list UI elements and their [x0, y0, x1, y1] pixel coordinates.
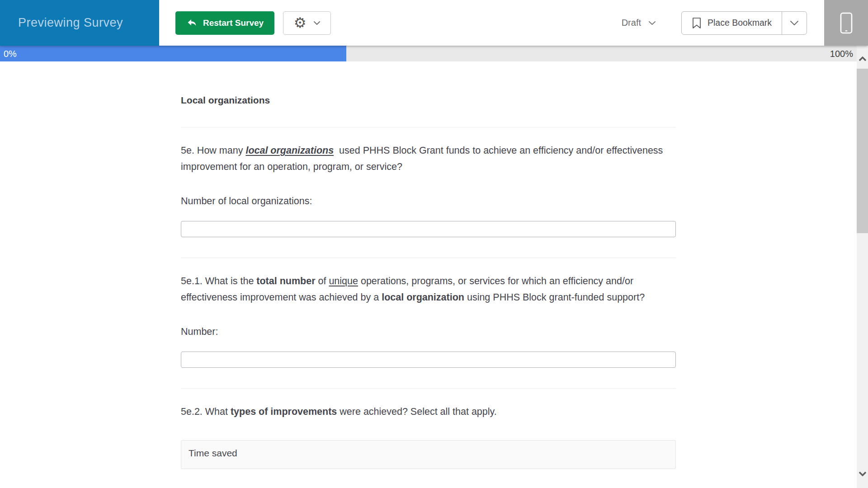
progress-start-label: 0%	[4, 48, 17, 59]
survey-preview-window: Previewing Survey Restart Survey ⚙ Draft	[0, 0, 868, 488]
scroll-down-button[interactable]	[857, 465, 868, 482]
mobile-device-icon	[839, 12, 854, 34]
question-separator	[181, 258, 676, 258]
question-input-label: Number:	[181, 326, 676, 338]
question-5e: 5e. How many local organizations used PH…	[181, 142, 676, 237]
local-organizations-count-input[interactable]	[181, 221, 676, 237]
place-bookmark-button-group: Place Bookmark	[681, 11, 807, 35]
preview-header: Previewing Survey Restart Survey ⚙ Draft	[0, 0, 868, 46]
bookmark-dropdown-toggle[interactable]	[782, 12, 807, 34]
choice-option-label: Time saved	[189, 448, 237, 458]
chevron-down-icon	[859, 471, 867, 476]
scroll-up-button[interactable]	[857, 49, 868, 68]
restart-icon	[186, 18, 197, 28]
survey-page: Local organizations 5e. How many local o…	[0, 61, 857, 488]
progress-fill	[0, 46, 346, 61]
place-bookmark-button[interactable]: Place Bookmark	[682, 12, 782, 34]
scrollbar-thumb[interactable]	[857, 69, 868, 233]
chevron-down-icon	[648, 21, 656, 25]
restart-survey-label: Restart Survey	[203, 18, 264, 28]
survey-column: Local organizations 5e. How many local o…	[181, 94, 676, 469]
previewing-survey-label: Previewing Survey	[18, 16, 123, 30]
question-text: 5e.1. What is the total number of unique…	[181, 273, 676, 305]
chevron-down-icon	[790, 20, 799, 26]
chevron-down-icon	[313, 21, 321, 25]
question-separator	[181, 127, 676, 127]
question-text: 5e.2. What types of improvements were ac…	[181, 404, 676, 420]
draft-status-dropdown[interactable]: Draft	[622, 18, 656, 28]
preview-options-button[interactable]: ⚙	[283, 11, 331, 35]
progress-bar: 0% 100%	[0, 46, 857, 61]
question-text: 5e. How many local organizations used PH…	[181, 142, 676, 175]
mobile-preview-toggle[interactable]	[824, 0, 868, 46]
question-5e2: 5e.2. What types of improvements were ac…	[181, 404, 676, 469]
unique-operations-count-input[interactable]	[181, 352, 676, 368]
place-bookmark-label: Place Bookmark	[708, 18, 772, 28]
section-title: Local organizations	[181, 94, 676, 107]
draft-status-label: Draft	[622, 18, 641, 28]
preview-toolbar: Restart Survey ⚙ Draft	[159, 0, 824, 46]
previewing-survey-banner: Previewing Survey	[0, 0, 159, 46]
gear-icon: ⚙	[294, 16, 307, 30]
vertical-scrollbar	[857, 46, 868, 488]
question-input-label: Number of local organizations:	[181, 196, 676, 207]
restart-survey-button[interactable]: Restart Survey	[175, 11, 274, 35]
bookmark-icon	[692, 17, 702, 29]
chevron-up-icon	[859, 56, 867, 61]
progress-end-label: 100%	[830, 48, 853, 59]
question-5e1: 5e.1. What is the total number of unique…	[181, 273, 676, 368]
question-separator	[181, 388, 676, 389]
choice-option-time-saved[interactable]: Time saved	[181, 440, 676, 469]
